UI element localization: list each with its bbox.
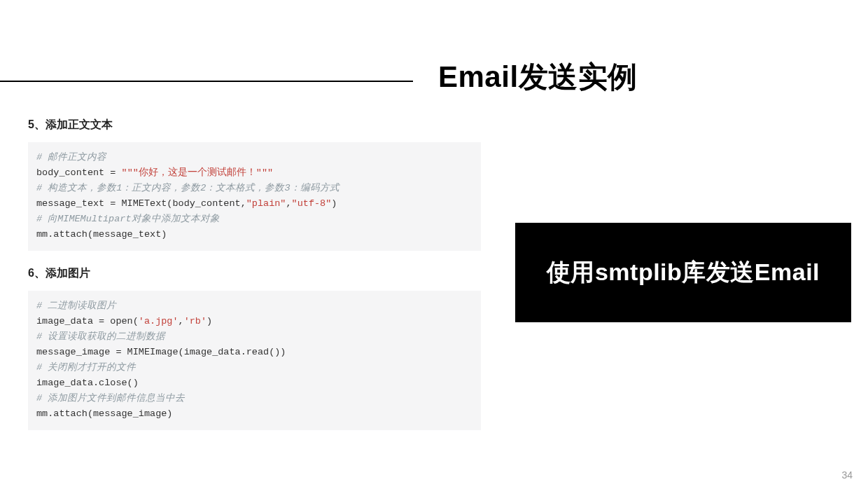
section-6: 6、添加图片 # 二进制读取图片 image_data = open('a.jp… — [28, 266, 490, 430]
content-column: 5、添加正文文本 # 邮件正文内容 body_content = """你好，这… — [28, 118, 490, 446]
callout-panel: 使用smtplib库发送Email — [515, 223, 851, 322]
page-number: 34 — [841, 469, 853, 481]
code-block: # 邮件正文内容 body_content = """你好，这是一个测试邮件！"… — [28, 142, 481, 251]
code-block: # 二进制读取图片 image_data = open('a.jpg','rb'… — [28, 291, 481, 430]
page-title: Email发送实例 — [438, 57, 638, 97]
section-heading: 6、添加图片 — [28, 266, 490, 281]
divider-line — [0, 81, 413, 82]
section-5: 5、添加正文文本 # 邮件正文内容 body_content = """你好，这… — [28, 118, 490, 251]
callout-text: 使用smtplib库发送Email — [547, 256, 820, 289]
section-heading: 5、添加正文文本 — [28, 118, 490, 132]
